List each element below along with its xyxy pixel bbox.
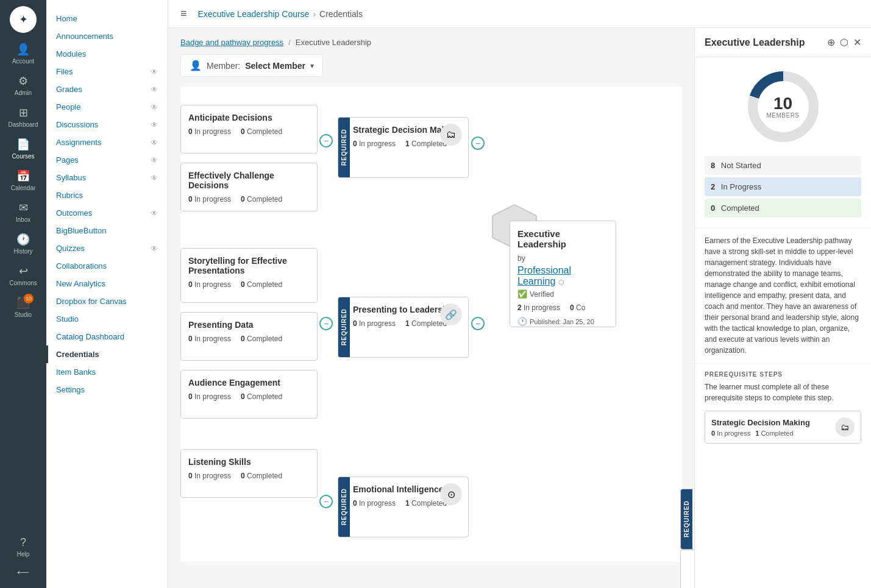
card-icon: 🔗 bbox=[440, 303, 462, 325]
nav-item-quizzes[interactable]: Quizzes 👁 bbox=[46, 239, 168, 257]
nav-item-rubrics[interactable]: Rubrics bbox=[46, 186, 168, 204]
card-listening-skills[interactable]: Listening Skills 0 In progress 0 Complet… bbox=[180, 449, 318, 498]
nav-item-announcements[interactable]: Announcements bbox=[46, 27, 168, 45]
sidebar-item-studio[interactable]: ⬛ 10 Studio bbox=[0, 291, 46, 323]
verified-label: Verified bbox=[530, 290, 554, 299]
card-presenting-data[interactable]: Presenting Data 0 In progress 0 Complete… bbox=[180, 312, 318, 361]
prereq-card-content: Strategic Decision Making 0 In progress … bbox=[711, 418, 830, 437]
stat-not-started: 8 Not Started bbox=[705, 156, 861, 175]
close-icon[interactable]: ✕ bbox=[853, 37, 861, 48]
nav-item-studio[interactable]: Studio bbox=[46, 310, 168, 328]
nav-item-item-banks[interactable]: Item Banks bbox=[46, 363, 168, 381]
card-audience-engagement[interactable]: Audience Engagement 0 In progress 0 Comp… bbox=[180, 370, 318, 419]
card-presenting-leadership[interactable]: REQUIRED 🔗 Presenting to Leadership 0 In… bbox=[338, 297, 469, 358]
nav-item-modules[interactable]: Modules bbox=[46, 45, 168, 63]
courses-icon: 📄 bbox=[16, 138, 30, 151]
card-emotional-intelligence-right[interactable]: Emotional Intelligence 0 In progress 0 C… bbox=[680, 550, 694, 588]
card-title: Audience Engagement bbox=[188, 378, 310, 388]
nav-item-files[interactable]: Files 👁 bbox=[46, 63, 168, 80]
target-icon[interactable]: ⊕ bbox=[827, 37, 835, 48]
chevron-down-icon: ▾ bbox=[310, 62, 314, 70]
breadcrumb-link-course[interactable]: Executive Leadership Course bbox=[198, 9, 310, 19]
nav-item-collaborations[interactable]: Collaborations bbox=[46, 257, 168, 275]
nav-item-syllabus[interactable]: Syllabus 👁 bbox=[46, 169, 168, 186]
nav-item-catalog[interactable]: Catalog Dashboard bbox=[46, 328, 168, 345]
pathway-grid: Anticipate Decisions 0 In progress 0 Com… bbox=[180, 87, 682, 562]
sidebar-item-courses[interactable]: 📄 Courses bbox=[0, 133, 46, 165]
donut-chart: 10 MEMBERS bbox=[744, 67, 823, 146]
nav-item-grades[interactable]: Grades 👁 bbox=[46, 80, 168, 98]
sidebar-item-label: Admin bbox=[15, 90, 32, 96]
inbox-icon: ✉ bbox=[19, 201, 28, 214]
nav-label: People bbox=[56, 102, 80, 112]
sidebar-item-label: Account bbox=[12, 58, 34, 65]
card-strategic-decision-bottom[interactable]: REQUIRED 🗂 Strategic Decision Making 0 I… bbox=[680, 489, 694, 550]
sidebar-item-help[interactable]: ? Help bbox=[0, 531, 46, 562]
commons-icon: ↩ bbox=[19, 264, 28, 278]
card-challenge-decisions[interactable]: Effectively Challenge Decisions 0 In pro… bbox=[180, 163, 318, 211]
published-date: Published: Jan 25, 20 bbox=[530, 318, 594, 325]
clock-icon: 🕐 bbox=[517, 317, 527, 326]
card-title: Effectively Challenge Decisions bbox=[188, 171, 310, 190]
hamburger-icon[interactable]: ≡ bbox=[180, 7, 187, 20]
nav-item-people[interactable]: People 👁 bbox=[46, 98, 168, 116]
card-anticipate-decisions[interactable]: Anticipate Decisions 0 In progress 0 Com… bbox=[180, 105, 318, 154]
app-logo[interactable]: ✦ bbox=[10, 6, 37, 33]
sidebar-item-calendar[interactable]: 📅 Calendar bbox=[0, 165, 46, 196]
nav-item-discussions[interactable]: Discussions 👁 bbox=[46, 116, 168, 133]
nav-item-dropbox[interactable]: Dropbox for Canvas bbox=[46, 292, 168, 310]
card-stats: 0 In progress 0 Completed bbox=[188, 280, 310, 289]
nav-item-assignments[interactable]: Assignments 👁 bbox=[46, 133, 168, 151]
badge-progress-link[interactable]: Badge and pathway progress bbox=[180, 38, 283, 47]
prereq-section: PREREQUISITE STEPS The learner must comp… bbox=[695, 363, 871, 451]
left-navigation: Home Announcements Modules Files 👁 Grade… bbox=[46, 0, 168, 588]
card-executive-leadership[interactable]: Executive Leadership by Professional Lea… bbox=[510, 221, 616, 327]
sidebar-item-label: Inbox bbox=[16, 216, 30, 223]
member-label: Member: bbox=[207, 61, 240, 71]
sidebar-item-account[interactable]: 👤 Account bbox=[0, 38, 46, 69]
export-icon[interactable]: ⬡ bbox=[840, 37, 848, 48]
right-panel-actions: ⊕ ⬡ ✕ bbox=[827, 37, 861, 48]
help-icon: ? bbox=[20, 536, 26, 549]
nav-label: Grades bbox=[56, 85, 82, 94]
eye-icon: 👁 bbox=[151, 103, 158, 112]
nav-item-home[interactable]: Home bbox=[46, 10, 168, 27]
sidebar-item-label: Studio bbox=[15, 311, 32, 318]
sidebar-item-inbox[interactable]: ✉ Inbox bbox=[0, 196, 46, 228]
sidebar-item-commons[interactable]: ↩ Commons bbox=[0, 260, 46, 291]
nav-item-bigbluebutton[interactable]: BigBlueButton bbox=[46, 222, 168, 239]
card-storytelling[interactable]: Storytelling for Effective Presentations… bbox=[180, 248, 318, 303]
member-selector[interactable]: 👤 Member: Select Member ▾ bbox=[180, 54, 323, 77]
sidebar-item-label: Commons bbox=[9, 280, 37, 286]
donut-subtitle: MEMBERS bbox=[766, 112, 799, 119]
card-title: Presenting Data bbox=[188, 320, 310, 330]
nav-item-credentials[interactable]: Credentials bbox=[46, 345, 168, 363]
eye-icon: 👁 bbox=[151, 156, 158, 165]
verified-icon: ✅ bbox=[517, 289, 527, 299]
nav-label: Rubrics bbox=[56, 191, 83, 200]
admin-icon: ⚙ bbox=[18, 74, 28, 88]
card-strategic-decision[interactable]: REQUIRED 🗂 Strategic Decision Making 0 I… bbox=[338, 117, 469, 178]
sidebar-item-history[interactable]: 🕐 History bbox=[0, 228, 46, 260]
account-icon: 👤 bbox=[16, 43, 30, 56]
nav-item-new-analytics[interactable]: New Analytics bbox=[46, 275, 168, 292]
sidebar-item-dashboard[interactable]: ⊞ Dashboard bbox=[0, 101, 46, 133]
sidebar-item-label: Dashboard bbox=[9, 121, 38, 128]
card-title: Storytelling for Effective Presentations bbox=[188, 256, 310, 275]
nav-item-outcomes[interactable]: Outcomes 👁 bbox=[46, 204, 168, 222]
nav-label: Home bbox=[56, 14, 77, 23]
nav-label: New Analytics bbox=[56, 279, 105, 288]
card-emotional-intelligence[interactable]: REQUIRED ⊙ Emotional Intelligence 0 In p… bbox=[338, 476, 469, 537]
required-badge: REQUIRED bbox=[338, 297, 350, 357]
nav-item-settings[interactable]: Settings bbox=[46, 381, 168, 398]
prereq-card[interactable]: Strategic Decision Making 0 In progress … bbox=[705, 411, 861, 444]
sidebar-item-admin[interactable]: ⚙ Admin bbox=[0, 69, 46, 101]
card-title: Listening Skills bbox=[188, 457, 310, 467]
nav-label: Dropbox for Canvas bbox=[56, 297, 127, 306]
sidebar-collapse-button[interactable]: ⟵ bbox=[0, 562, 46, 582]
connector-3: − bbox=[319, 495, 333, 508]
calendar-icon: 📅 bbox=[16, 169, 30, 183]
nav-label: Outcomes bbox=[56, 208, 92, 218]
nav-item-pages[interactable]: Pages 👁 bbox=[46, 151, 168, 169]
nav-label: Quizzes bbox=[56, 244, 85, 253]
